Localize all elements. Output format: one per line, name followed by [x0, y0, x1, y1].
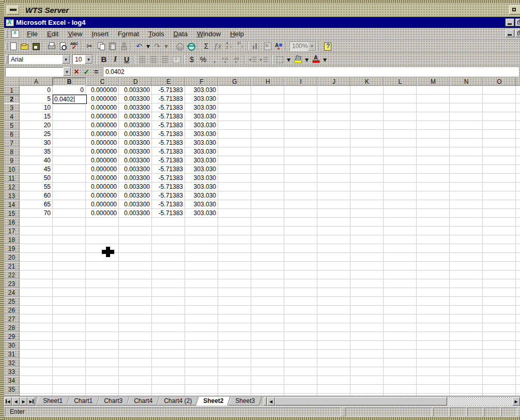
toolbar-grip[interactable] — [6, 55, 7, 64]
cell-B1[interactable]: 0 — [53, 86, 86, 95]
cell-D1[interactable]: 0.003300 — [119, 86, 152, 95]
font-size-combo[interactable]: 10▾ — [72, 54, 93, 64]
cell-M15[interactable] — [417, 209, 450, 218]
cell-C10[interactable]: 0.000000 — [86, 165, 119, 174]
cell-J25[interactable] — [317, 297, 350, 306]
cell-G5[interactable] — [218, 121, 251, 130]
cell-L9[interactable] — [384, 156, 417, 165]
cell-O4[interactable] — [483, 112, 516, 121]
cell-E27[interactable] — [152, 314, 185, 323]
cell-G32[interactable] — [218, 358, 251, 367]
cell-C11[interactable]: 0.000000 — [86, 174, 119, 183]
cell-J1[interactable] — [317, 86, 350, 95]
copy-button[interactable] — [95, 40, 106, 52]
cell-C28[interactable] — [86, 323, 119, 332]
cell-K20[interactable] — [350, 253, 384, 262]
cell-A6[interactable]: 25 — [20, 130, 53, 139]
cell-B24[interactable] — [53, 288, 86, 297]
cell-E10[interactable]: -5.71383 — [152, 165, 185, 174]
cell-H13[interactable] — [251, 191, 284, 200]
cell-B31[interactable] — [53, 350, 86, 358]
cell-K33[interactable] — [350, 367, 384, 376]
cell-A14[interactable]: 65 — [20, 200, 53, 209]
cell-B35[interactable] — [53, 385, 86, 394]
cell-M20[interactable] — [417, 253, 450, 262]
row-header-32[interactable]: 32 — [4, 358, 20, 367]
cell-M4[interactable] — [417, 112, 450, 121]
italic-button[interactable]: I — [110, 54, 121, 65]
row-header-14[interactable]: 14 — [4, 200, 20, 209]
cell-J21[interactable] — [317, 262, 350, 271]
sort-ascending-button[interactable] — [223, 40, 235, 52]
cell-J31[interactable] — [317, 350, 350, 358]
cell-O6[interactable] — [483, 130, 516, 139]
cell-D28[interactable] — [119, 323, 152, 332]
save-button[interactable] — [30, 40, 41, 52]
cell-K25[interactable] — [350, 297, 384, 306]
cell-K35[interactable] — [350, 385, 384, 394]
row-header-8[interactable]: 8 — [4, 147, 20, 156]
cell-G27[interactable] — [218, 314, 251, 323]
cell-L12[interactable] — [384, 183, 417, 191]
row-header-19[interactable]: 19 — [4, 244, 20, 253]
cell-B8[interactable] — [53, 147, 86, 156]
row-header-10[interactable]: 10 — [4, 165, 20, 174]
cell-B4[interactable] — [53, 112, 86, 121]
cell-M14[interactable] — [417, 200, 450, 209]
cell-K30[interactable] — [350, 341, 384, 350]
cell-J13[interactable] — [317, 191, 350, 200]
cell-M24[interactable] — [417, 288, 450, 297]
cell-E4[interactable]: -5.71383 — [152, 112, 185, 121]
cell-K18[interactable] — [350, 235, 384, 244]
cell-D10[interactable]: 0.003300 — [119, 165, 152, 174]
cell-J3[interactable] — [317, 103, 350, 112]
cell-H25[interactable] — [251, 297, 284, 306]
cell-L24[interactable] — [384, 288, 417, 297]
cell-O19[interactable] — [483, 244, 516, 253]
cell-B29[interactable] — [53, 332, 86, 341]
cell-E32[interactable] — [152, 358, 185, 367]
row-header-4[interactable]: 4 — [4, 112, 20, 121]
cell-J14[interactable] — [317, 200, 350, 209]
cell-E33[interactable] — [152, 367, 185, 376]
cell-C17[interactable] — [86, 227, 119, 235]
cell-L2[interactable] — [384, 95, 417, 103]
cell-A2[interactable]: 5 — [20, 95, 53, 103]
cell-H30[interactable] — [251, 341, 284, 350]
cell-K32[interactable] — [350, 358, 384, 367]
cell-H4[interactable] — [251, 112, 284, 121]
cell-I3[interactable] — [284, 103, 317, 112]
cell-O10[interactable] — [483, 165, 516, 174]
cell-K16[interactable] — [350, 218, 384, 227]
cell-N19[interactable] — [450, 244, 483, 253]
cell-O13[interactable] — [483, 191, 516, 200]
cell-G30[interactable] — [218, 341, 251, 350]
cell-D5[interactable]: 0.003300 — [119, 121, 152, 130]
cell-B30[interactable] — [53, 341, 86, 350]
cell-C9[interactable]: 0.000000 — [86, 156, 119, 165]
cell-F21[interactable] — [185, 262, 218, 271]
cell-M30[interactable] — [417, 341, 450, 350]
cell-B9[interactable] — [53, 156, 86, 165]
cell-C15[interactable]: 0.000000 — [86, 209, 119, 218]
cell-A30[interactable] — [20, 341, 53, 350]
cell-M18[interactable] — [417, 235, 450, 244]
cell-B18[interactable] — [53, 235, 86, 244]
cell-L7[interactable] — [384, 139, 417, 147]
cell-C35[interactable] — [86, 385, 119, 394]
name-box[interactable]: ▾ — [5, 67, 71, 77]
cell-C21[interactable] — [86, 262, 119, 271]
workbook-icon[interactable]: x — [11, 30, 19, 38]
cell-O22[interactable] — [483, 271, 516, 279]
cell-L1[interactable] — [384, 86, 417, 95]
cell-E25[interactable] — [152, 297, 185, 306]
cell-N1[interactable] — [450, 86, 483, 95]
font-color-dropdown-button[interactable]: ▾ — [322, 54, 328, 65]
row-header-15[interactable]: 15 — [4, 209, 20, 218]
cell-E6[interactable]: -5.71383 — [152, 130, 185, 139]
cell-M19[interactable] — [417, 244, 450, 253]
cell-C4[interactable]: 0.000000 — [86, 112, 119, 121]
undo-button[interactable]: ↶ — [133, 40, 145, 52]
row-header-26[interactable]: 26 — [4, 306, 20, 314]
cell-N35[interactable] — [450, 385, 483, 394]
